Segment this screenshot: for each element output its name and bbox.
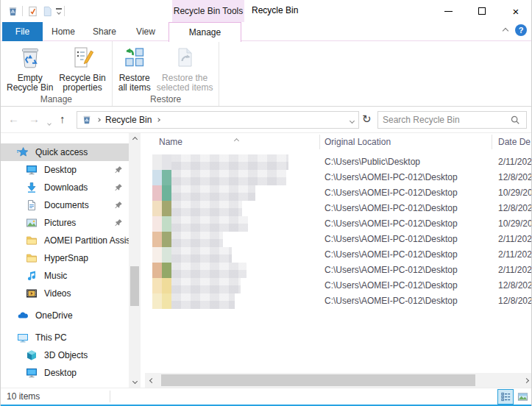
properties-check-icon[interactable] (25, 4, 40, 18)
navigation-pane: Quick accessDesktopDownloadsDocumentsPic… (1, 133, 129, 388)
desktop-icon (26, 367, 38, 379)
large-icons-view-icon (517, 391, 528, 402)
sidebar-item-label: Music (44, 271, 67, 281)
file-row-2[interactable]: C:\Users\AOMEI-PC-012\Desktop12/8/202 (145, 170, 532, 185)
music-icon (26, 270, 38, 282)
column-separator[interactable] (319, 135, 320, 149)
original-location-cell: C:\Users\AOMEI-PC-012\Desktop (324, 280, 458, 291)
column-header-name[interactable]: Name (159, 137, 182, 147)
ribbon-button-label: Recycle Binproperties (59, 74, 105, 93)
original-location-cell: C:\Users\AOMEI-PC-012\Desktop (324, 188, 458, 198)
file-row-3[interactable]: C:\Users\AOMEI-PC-012\Desktop10/29/20 (145, 185, 532, 201)
restore-selected-items-icon (173, 46, 196, 71)
date-deleted-cell: 10/29/20 (498, 188, 532, 198)
address-bar[interactable]: Recycle Bin (77, 111, 359, 129)
sidebar-item-downloads[interactable]: Downloads (1, 179, 129, 196)
recycle-bin-small-icon (82, 115, 92, 125)
minimize-icon (444, 11, 453, 12)
item-count: 10 items (7, 391, 40, 402)
this-pc-icon (17, 332, 29, 343)
address-dropdown-button[interactable] (350, 115, 354, 125)
tab-manage[interactable]: Manage (169, 22, 241, 42)
pin-icon (114, 218, 123, 227)
help-button[interactable]: ? (515, 24, 527, 36)
scroll-down-button[interactable] (129, 375, 141, 388)
search-icon[interactable] (510, 115, 520, 125)
close-button[interactable]: × (499, 0, 532, 22)
refresh-button[interactable]: ↻ (362, 113, 372, 126)
close-icon: × (513, 6, 519, 17)
recent-locations-dropdown[interactable] (48, 117, 51, 127)
sidebar-item-this-pc[interactable]: This PC (1, 329, 129, 346)
downloads-icon (26, 182, 38, 193)
collapse-ribbon-button[interactable] (503, 25, 508, 35)
empty-recycle-bin-button[interactable]: EmptyRecycle Bin (4, 45, 56, 93)
sidebar-item-videos[interactable]: Videos (1, 285, 129, 302)
file-row-9[interactable]: C:\Users\AOMEI-PC-012\Desktop12/8/202 (145, 278, 532, 293)
file-row-7[interactable]: C:\Users\AOMEI-PC-012\Desktop2/11/202 (145, 247, 532, 263)
search-input[interactable] (378, 115, 510, 125)
sidebar-item-label: Downloads (44, 182, 88, 193)
quick-access-toolbar (5, 4, 67, 18)
original-location-cell: C:\Users\AOMEI-PC-012\Desktop (324, 203, 458, 213)
ribbon-tab-row: FileHomeShareViewManage (1, 22, 532, 41)
sidebar-item-pictures[interactable]: Pictures (1, 214, 129, 232)
tab-share[interactable]: Share (84, 22, 125, 41)
date-deleted-cell: 10/29/20 (498, 218, 532, 229)
minimize-button[interactable] (431, 0, 465, 22)
search-box[interactable] (377, 111, 527, 129)
column-header-original-location[interactable]: Original Location (324, 137, 391, 147)
file-row-1[interactable]: C:\Users\Public\Desktop2/11/202 (145, 154, 532, 170)
recycle-bin-small-icon (5, 4, 20, 18)
redacted-file-name (152, 170, 286, 185)
redacted-file-name (152, 247, 232, 263)
sidebar-item-documents[interactable]: Documents (1, 196, 129, 214)
details-view-button[interactable] (497, 389, 514, 405)
tab-file[interactable]: File (2, 22, 43, 41)
sidebar-item-desktop[interactable]: Desktop (1, 364, 129, 382)
file-row-4[interactable]: C:\Users\AOMEI-PC-012\Desktop12/8/202 (145, 201, 532, 216)
maximize-button[interactable] (465, 0, 499, 22)
date-deleted-cell: 2/11/202 (498, 265, 532, 275)
scrollbar-thumb[interactable] (161, 374, 475, 386)
file-row-6[interactable]: C:\Users\AOMEI-PC-012\Desktop2/11/202 (145, 232, 532, 247)
sidebar-item-aomei-partition-assista[interactable]: AOMEI Partition Assista (1, 232, 129, 249)
scrollbar-thumb[interactable] (130, 266, 139, 306)
file-row-8[interactable]: C:\Users\AOMEI-PC-012\Desktop2/11/202 (145, 263, 532, 278)
sidebar-item-quick-access[interactable]: Quick access (1, 143, 129, 161)
sidebar-item-onedrive[interactable]: OneDrive (1, 307, 129, 324)
sidebar-item-label: Desktop (44, 165, 77, 175)
column-separator[interactable] (492, 135, 492, 149)
tab-view[interactable]: View (125, 22, 166, 41)
sidebar-item-hypersnap[interactable]: HyperSnap (1, 249, 129, 267)
restore-all-items-button[interactable]: Restoreall items (116, 45, 154, 93)
sidebar-scrollbar[interactable] (129, 133, 141, 388)
tab-home[interactable]: Home (43, 22, 84, 41)
column-header-date-deleted[interactable]: Date De (498, 137, 532, 147)
sidebar-item-label: This PC (35, 332, 67, 343)
customize-qat-dropdown[interactable] (56, 8, 62, 14)
file-row-10[interactable]: C:\Users\AOMEI-PC-012\Desktop12/8/202 (145, 293, 532, 309)
sidebar-item-desktop[interactable]: Desktop (1, 161, 129, 179)
file-list-pane: Name Original Location Date De C:\Users\… (145, 133, 532, 388)
ribbon-group-manage: EmptyRecycle BinRecycle BinpropertiesMan… (1, 41, 113, 106)
back-button[interactable]: ← (8, 113, 19, 126)
horizontal-scrollbar[interactable] (145, 373, 532, 388)
blank-page-icon[interactable] (40, 4, 54, 18)
recycle-bin-properties-button[interactable]: Recycle Binproperties (56, 45, 108, 93)
date-deleted-cell: 2/11/202 (498, 157, 532, 167)
breadcrumb[interactable]: Recycle Bin (105, 115, 152, 125)
forward-button[interactable]: → (29, 113, 40, 126)
sort-ascending-icon (235, 135, 238, 145)
up-button[interactable]: ↑ (60, 113, 65, 126)
file-row-5[interactable]: C:\Users\AOMEI-PC-012\Desktop10/29/20 (145, 216, 532, 232)
scroll-up-button[interactable] (129, 133, 141, 146)
sidebar-item-3d-objects[interactable]: 3D Objects (1, 346, 129, 364)
scroll-right-button[interactable] (519, 373, 532, 388)
pin-icon (114, 201, 123, 210)
details-view-icon (500, 391, 511, 402)
scroll-left-button[interactable] (145, 373, 158, 388)
ribbon-button-label: Restoreall items (118, 74, 151, 93)
large-icons-view-button[interactable] (514, 389, 531, 405)
sidebar-item-music[interactable]: Music (1, 267, 129, 285)
